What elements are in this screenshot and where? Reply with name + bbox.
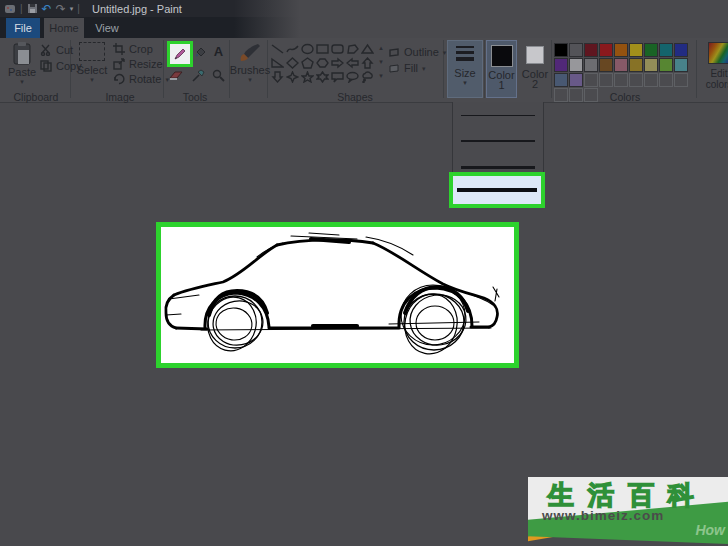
palette-swatch-1-3[interactable] xyxy=(614,58,628,72)
tab-view[interactable]: View xyxy=(88,18,126,38)
brushes-dropdown-icon: ▾ xyxy=(248,76,252,83)
qat-dropdown-icon[interactable]: ▾ xyxy=(70,5,74,13)
palette-swatch-0-4[interactable] xyxy=(614,43,628,57)
shape-curve-icon[interactable] xyxy=(285,42,300,56)
brush-icon xyxy=(238,42,262,64)
palette-swatch-1-8[interactable] xyxy=(554,73,568,87)
magnifier-tool[interactable] xyxy=(211,68,226,83)
size-option-5px-selected[interactable] xyxy=(449,172,545,208)
shape-rectangle-icon[interactable] xyxy=(315,42,330,56)
palette-swatch-0-3[interactable] xyxy=(599,43,613,57)
shapes-scroll[interactable]: ▴ ▾ ▾ xyxy=(376,44,386,80)
size-option-1px[interactable] xyxy=(453,102,543,128)
palette-swatch-0-8[interactable] xyxy=(674,43,688,57)
shape-callout-rounded-icon[interactable] xyxy=(330,70,345,84)
palette-swatch-2-3[interactable] xyxy=(629,73,643,87)
palette-swatch-2-5[interactable] xyxy=(659,73,673,87)
shape-arrow-right-icon[interactable] xyxy=(330,56,345,70)
crop-button[interactable]: Crop xyxy=(113,43,153,55)
shape-arrow-up-icon[interactable] xyxy=(360,56,375,70)
palette-swatch-0-5[interactable] xyxy=(629,43,643,57)
select-icon xyxy=(79,42,105,61)
rotate-icon xyxy=(113,73,125,85)
cut-button[interactable]: Cut xyxy=(40,44,73,56)
fill-tool[interactable] xyxy=(193,45,208,60)
shape-callout-cloud-icon[interactable] xyxy=(360,70,375,84)
select-button[interactable]: Select ▾ xyxy=(76,42,108,83)
fill-button[interactable]: Fill ▾ xyxy=(388,62,426,74)
group-separator xyxy=(551,40,552,98)
paste-dropdown-icon: ▾ xyxy=(20,78,24,85)
resize-button[interactable]: Resize xyxy=(113,58,163,70)
ribbon: Paste ▾ Cut Copy Clipboard Select ▾ Crop… xyxy=(0,38,728,103)
brushes-button[interactable]: Brushes ▾ xyxy=(233,42,267,83)
palette-swatch-1-5[interactable] xyxy=(644,58,658,72)
palette-swatch-1-1[interactable] xyxy=(584,58,598,72)
palette-swatch-0-0[interactable] xyxy=(554,43,568,57)
palette-swatch-1-7[interactable] xyxy=(674,58,688,72)
shape-star-5-icon[interactable] xyxy=(300,70,315,84)
shape-arrow-left-icon[interactable] xyxy=(345,56,360,70)
outline-button[interactable]: Outline ▾ xyxy=(388,46,446,58)
shape-arrow-down-icon[interactable] xyxy=(270,70,285,84)
outline-dropdown-icon: ▾ xyxy=(443,49,447,56)
shape-hexagon-icon[interactable] xyxy=(315,56,330,70)
undo-icon[interactable]: ↶ xyxy=(42,3,52,15)
text-tool[interactable]: A xyxy=(211,44,226,59)
shape-polygon-icon[interactable] xyxy=(345,42,360,56)
palette-swatch-0-9[interactable] xyxy=(554,58,568,72)
palette-swatch-0-6[interactable] xyxy=(644,43,658,57)
palette-swatch-1-2[interactable] xyxy=(599,58,613,72)
palette-swatch-0-2[interactable] xyxy=(584,43,598,57)
paste-button[interactable]: Paste ▾ xyxy=(8,42,36,85)
group-separator xyxy=(484,40,485,98)
qat-separator: | xyxy=(20,3,23,14)
shape-oval-icon[interactable] xyxy=(300,42,315,56)
palette-swatch-0-1[interactable] xyxy=(569,43,583,57)
palette-swatch-1-9[interactable] xyxy=(569,73,583,87)
palette-swatch-0-7[interactable] xyxy=(659,43,673,57)
tab-file[interactable]: File xyxy=(6,18,40,38)
palette-swatch-2-1[interactable] xyxy=(599,73,613,87)
pencil-tool-selected[interactable] xyxy=(167,41,193,67)
size-option-2px[interactable] xyxy=(453,128,543,154)
color-picker-tool[interactable] xyxy=(191,68,206,83)
palette-swatch-2-6[interactable] xyxy=(674,73,688,87)
save-icon[interactable] xyxy=(27,3,38,14)
palette-swatch-2-7[interactable] xyxy=(554,88,568,102)
watermark: 生活百科 www.bimeiz.com How xyxy=(528,477,728,546)
shape-callout-oval-icon[interactable] xyxy=(345,70,360,84)
shape-pentagon-icon[interactable] xyxy=(300,56,315,70)
rotate-button[interactable]: Rotate ▾ xyxy=(113,73,169,85)
palette-swatch-1-4[interactable] xyxy=(629,58,643,72)
palette-swatch-2-2[interactable] xyxy=(614,73,628,87)
shape-diamond-icon[interactable] xyxy=(285,56,300,70)
palette-swatch-2-0[interactable] xyxy=(584,73,598,87)
shapes-scroll-up-icon[interactable]: ▴ xyxy=(379,44,383,52)
shape-star-6-icon[interactable] xyxy=(315,70,330,84)
shape-right-triangle-icon[interactable] xyxy=(270,56,285,70)
shape-triangle-icon[interactable] xyxy=(360,42,375,56)
palette-swatch-1-0[interactable] xyxy=(569,58,583,72)
tab-home[interactable]: Home xyxy=(44,18,84,38)
color2-button[interactable]: Color 2 xyxy=(520,40,550,98)
shapes-scroll-down-icon[interactable]: ▾ xyxy=(379,58,383,66)
shape-line-icon[interactable] xyxy=(270,42,285,56)
shapes-more-icon[interactable]: ▾ xyxy=(379,72,383,80)
drawing-canvas[interactable] xyxy=(156,222,519,368)
paint-app-icon xyxy=(4,3,16,15)
group-separator xyxy=(163,40,164,98)
size-button[interactable]: Size ▾ xyxy=(447,40,483,98)
palette-swatch-2-4[interactable] xyxy=(644,73,658,87)
edit-colors-button[interactable]: Edit colors xyxy=(699,42,728,90)
watermark-partial-text: How xyxy=(695,522,725,538)
color1-button[interactable]: Color 1 xyxy=(486,40,517,98)
eraser-tool[interactable] xyxy=(168,68,183,83)
palette-swatch-1-6[interactable] xyxy=(659,58,673,72)
palette-swatch-2-8[interactable] xyxy=(569,88,583,102)
shape-rounded-rectangle-icon[interactable] xyxy=(330,42,345,56)
redo-icon[interactable]: ↷ xyxy=(56,3,66,15)
paint-app-window: { "window": { "title": "Untitled.jpg - P… xyxy=(0,0,728,546)
eyedropper-icon xyxy=(192,69,205,82)
shape-star-4-icon[interactable] xyxy=(285,70,300,84)
